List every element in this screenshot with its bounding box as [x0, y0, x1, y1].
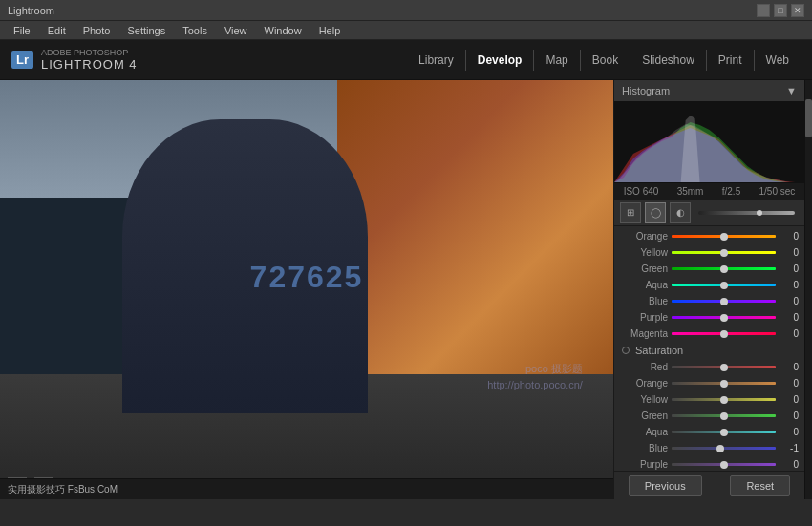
- sat-red-slider[interactable]: [672, 366, 776, 368]
- hue-green-label: Green: [624, 263, 672, 274]
- menu-tools[interactable]: Tools: [175, 23, 215, 38]
- hue-aqua-label: Aqua: [624, 280, 672, 290]
- hue-purple-value: 0: [776, 312, 799, 323]
- shutter-value: 1/50 sec: [759, 186, 796, 197]
- lr-title: LIGHTROOM 4: [41, 57, 138, 72]
- sat-purple-slider[interactable]: [672, 463, 776, 466]
- camera-info: ISO 640 35mm f/2.5 1/50 sec: [614, 182, 804, 200]
- histogram-expand-icon[interactable]: ▼: [786, 85, 797, 96]
- right-panel: Histogram ▼ ISO 640: [613, 80, 804, 499]
- hue-green-slider[interactable]: [672, 267, 776, 270]
- hue-yellow-slider[interactable]: [672, 251, 776, 254]
- sat-aqua-value: 0: [776, 427, 799, 437]
- tab-develop[interactable]: Develop: [465, 50, 534, 71]
- sat-yellow-label: Yellow: [624, 394, 672, 405]
- hue-magenta-row: Magenta 0: [614, 326, 804, 342]
- tool-icons-row: ⊞ ◯ ◐: [614, 200, 804, 226]
- color-sliders: Orange 0 Yellow 0 Green 0: [614, 226, 804, 471]
- hue-aqua-row: Aqua 0: [614, 277, 804, 293]
- maximize-button[interactable]: □: [774, 4, 787, 17]
- histogram-chart: [614, 101, 804, 182]
- sat-blue-slider[interactable]: [672, 447, 776, 450]
- app-logo: Lr ADOBE PHOTOSHOP LIGHTROOM 4: [11, 48, 138, 72]
- tab-web[interactable]: Web: [754, 50, 801, 71]
- panel-bottom-btns: Previous Reset: [614, 471, 804, 499]
- sat-blue-value: -1: [776, 443, 799, 453]
- image-container[interactable]: 727625 poco 摄影题 http://photo.poco.cn/: [0, 80, 613, 473]
- sat-aqua-label: Aqua: [624, 427, 672, 437]
- lr-title-group: ADOBE PHOTOSHOP LIGHTROOM 4: [41, 48, 138, 72]
- photo: 727625 poco 摄影题 http://photo.poco.cn/: [0, 80, 613, 473]
- sat-orange-slider[interactable]: [672, 382, 776, 385]
- histogram-header: Histogram ▼: [614, 80, 804, 101]
- previous-button[interactable]: Previous: [629, 475, 702, 496]
- menu-file[interactable]: File: [6, 23, 38, 38]
- hue-yellow-row: Yellow 0: [614, 244, 804, 261]
- menu-photo[interactable]: Photo: [75, 23, 118, 38]
- sat-red-row: Red 0: [614, 359, 804, 375]
- grid-panel-icon[interactable]: ⊞: [620, 202, 641, 223]
- reset-button[interactable]: Reset: [730, 475, 790, 496]
- tab-book[interactable]: Book: [580, 50, 630, 71]
- lr-badge: Lr: [11, 51, 33, 69]
- sat-blue-label: Blue: [624, 443, 672, 453]
- sat-yellow-value: 0: [776, 394, 799, 405]
- image-area: 727625 poco 摄影题 http://photo.poco.cn/ ⬛ …: [0, 80, 613, 499]
- hue-purple-label: Purple: [624, 312, 672, 323]
- menu-settings[interactable]: Settings: [119, 23, 173, 38]
- top-nav: Lr ADOBE PHOTOSHOP LIGHTROOM 4 Library D…: [0, 40, 812, 80]
- circle-panel-icon[interactable]: ◯: [645, 202, 666, 223]
- menu-edit[interactable]: Edit: [40, 23, 74, 38]
- scrollbar-thumb[interactable]: [805, 99, 812, 137]
- histogram-area: [614, 101, 804, 182]
- sat-yellow-slider[interactable]: [672, 398, 776, 401]
- tab-map[interactable]: Map: [533, 50, 579, 71]
- sat-green-row: Green 0: [614, 408, 804, 424]
- hue-aqua-slider[interactable]: [672, 284, 776, 286]
- minimize-button[interactable]: ─: [757, 4, 770, 17]
- sat-aqua-row: Aqua 0: [614, 424, 804, 440]
- nav-tabs: Library Develop Map Book Slideshow Print…: [407, 50, 801, 71]
- menu-help[interactable]: Help: [311, 23, 349, 38]
- panel-slider[interactable]: [698, 211, 795, 215]
- sat-yellow-row: Yellow 0: [614, 391, 804, 408]
- hue-orange-slider[interactable]: [672, 235, 776, 238]
- main-layout: 727625 poco 摄影题 http://photo.poco.cn/ ⬛ …: [0, 80, 812, 499]
- tab-print[interactable]: Print: [706, 50, 754, 71]
- sat-aqua-slider[interactable]: [672, 431, 776, 433]
- hue-orange-row: Orange 0: [614, 228, 804, 244]
- hue-aqua-value: 0: [776, 280, 799, 290]
- close-button[interactable]: ✕: [791, 4, 804, 17]
- sat-green-label: Green: [624, 410, 672, 421]
- aperture-value: f/2.5: [722, 186, 740, 197]
- sat-red-value: 0: [776, 362, 799, 372]
- histogram-title: Histogram: [622, 85, 670, 96]
- hue-blue-slider[interactable]: [672, 300, 776, 303]
- hue-magenta-slider[interactable]: [672, 332, 776, 335]
- menu-window[interactable]: Window: [257, 23, 310, 38]
- menu-view[interactable]: View: [217, 23, 255, 38]
- tab-library[interactable]: Library: [407, 50, 465, 71]
- fsbuscom-text: 实用摄影技巧 FsBus.CoM: [8, 483, 118, 496]
- tone-panel-icon[interactable]: ◐: [670, 202, 691, 223]
- sat-green-slider[interactable]: [672, 414, 776, 417]
- saturation-dot: [622, 347, 630, 354]
- window-controls: ─ □ ✕: [757, 4, 804, 17]
- sat-orange-value: 0: [776, 378, 799, 389]
- title-bar: Lightroom ─ □ ✕: [0, 0, 812, 21]
- hue-purple-slider[interactable]: [672, 316, 776, 319]
- saturation-label: Saturation: [635, 345, 683, 356]
- hue-purple-row: Purple 0: [614, 309, 804, 326]
- tab-slideshow[interactable]: Slideshow: [630, 50, 706, 71]
- sat-purple-label: Purple: [624, 459, 672, 470]
- sat-purple-row: Purple 0: [614, 456, 804, 471]
- hue-blue-value: 0: [776, 296, 799, 306]
- menu-bar: File Edit Photo Settings Tools View Wind…: [0, 21, 812, 40]
- sat-red-label: Red: [624, 362, 672, 372]
- right-scrollbar[interactable]: [804, 80, 812, 499]
- person-layer: [122, 119, 368, 413]
- sat-green-value: 0: [776, 410, 799, 421]
- sat-blue-row: Blue -1: [614, 440, 804, 456]
- hue-orange-value: 0: [776, 231, 799, 242]
- saturation-section-header[interactable]: Saturation: [614, 342, 804, 359]
